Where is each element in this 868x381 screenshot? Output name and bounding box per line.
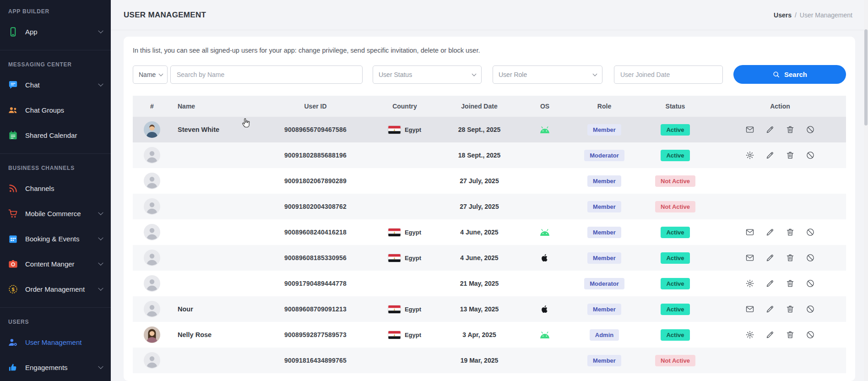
cell-country: [368, 142, 441, 168]
user-row[interactable]: Nour90089608709091213Egypt13 May, 2025Me…: [133, 296, 846, 322]
block-action-button[interactable]: [806, 305, 815, 314]
edit-action-button[interactable]: [765, 228, 775, 237]
sidebar-item-order-management[interactable]: $Order Management: [0, 277, 111, 302]
sidebar-item-label: Order Management: [25, 285, 99, 293]
user-role-select[interactable]: User Role: [493, 65, 602, 84]
search-button-label: Search: [784, 71, 807, 78]
edit-action-button[interactable]: [765, 279, 775, 288]
egypt-flag-icon: [388, 331, 401, 339]
user-row[interactable]: 90089608185330956Egypt4 June, 2025Member…: [133, 245, 846, 271]
search-button[interactable]: Search: [733, 65, 846, 84]
cell-country: Egypt: [368, 117, 441, 142]
cell-joined-date: 21 May, 2025: [441, 271, 517, 296]
sidebar-section-label: APP BUILDER: [0, 1, 111, 19]
breadcrumb-current: User Management: [800, 11, 852, 19]
block-action-button[interactable]: [806, 125, 815, 135]
cell-actions: [714, 322, 846, 348]
mail-action-button[interactable]: [745, 253, 755, 263]
sidebar-item-chat[interactable]: Chat: [0, 72, 111, 98]
role-badge: Member: [587, 252, 621, 264]
sidebar-item-channels[interactable]: Channels: [0, 176, 111, 201]
edit-action-button[interactable]: [765, 151, 775, 160]
cell-actions: [714, 245, 846, 271]
settings-action-button[interactable]: [745, 330, 755, 340]
cell-country: [368, 271, 441, 296]
sidebar-item-app[interactable]: App: [0, 19, 111, 44]
settings-action-button[interactable]: [745, 151, 755, 160]
country-label: Egypt: [405, 332, 421, 338]
cell-name: Nour: [171, 296, 263, 322]
cell-country: [368, 194, 441, 219]
cell-user-id: 90091816434899765: [263, 348, 368, 373]
status-badge: Active: [661, 304, 689, 315]
edit-action-button[interactable]: [765, 125, 775, 135]
delete-action-button[interactable]: [786, 330, 795, 340]
cell-role: Member: [572, 117, 636, 142]
user-status-select[interactable]: User Status: [373, 65, 482, 84]
cell-name: [171, 245, 263, 271]
delete-action-button[interactable]: [786, 228, 795, 237]
block-action-button[interactable]: [806, 228, 815, 237]
settings-icon: [745, 330, 755, 339]
block-action-button[interactable]: [806, 279, 815, 288]
block-action-button[interactable]: [806, 330, 815, 340]
cell-user-id: 90089656709467586: [263, 117, 368, 142]
edit-action-button[interactable]: [765, 305, 775, 314]
block-action-button[interactable]: [806, 151, 815, 160]
sidebar-item-engagements[interactable]: Engagements: [0, 355, 111, 380]
action-buttons: [718, 253, 842, 263]
mail-action-button[interactable]: [745, 125, 755, 135]
sidebar-item-content-manger[interactable]: Content Manger: [0, 251, 111, 277]
edit-action-button[interactable]: [765, 330, 775, 340]
user-row[interactable]: Steven White90089656709467586Egypt28 Sep…: [133, 117, 846, 142]
sidebar-item-mobile-commerce[interactable]: Mobile Commerce: [0, 201, 111, 226]
delete-action-button[interactable]: [786, 279, 795, 288]
cell-status: Not Active: [636, 168, 714, 194]
user-row[interactable]: 9009180200430876227 July, 2025MemberNot …: [133, 194, 846, 219]
avatar-placeholder-icon: [144, 250, 160, 266]
scrollbar-thumb[interactable]: [864, 29, 868, 125]
edit-action-button[interactable]: [765, 253, 775, 263]
role-badge: Member: [587, 227, 621, 238]
user-row[interactable]: 9009180206789028927 July, 2025MemberNot …: [133, 168, 846, 194]
delete-icon: [786, 330, 795, 339]
cell-role: Member: [572, 219, 636, 245]
user-row[interactable]: 9009181643489976519 Mar, 2025MemberNot A…: [133, 348, 846, 373]
status-badge: Active: [661, 150, 689, 161]
block-action-button[interactable]: [806, 253, 815, 263]
name-filter-select[interactable]: Name: [133, 65, 168, 84]
delete-icon: [786, 279, 795, 288]
settings-action-button[interactable]: [745, 279, 755, 288]
sidebar-item-shared-calendar[interactable]: Shared Calendar: [0, 123, 111, 148]
role-badge: Admin: [590, 329, 619, 341]
delete-action-button[interactable]: [786, 151, 795, 160]
search-by-name-input[interactable]: [170, 65, 363, 84]
mail-icon: [745, 253, 755, 262]
cell-avatar: [133, 296, 171, 322]
user-row[interactable]: Nelly Rose90089592877589573Egypt3 Apr, 2…: [133, 322, 846, 348]
action-buttons: [718, 125, 842, 135]
mail-action-button[interactable]: [745, 305, 755, 314]
user-row[interactable]: 90089608240416218Egypt4 June, 2025Member…: [133, 219, 846, 245]
cell-user-id: 90091790489444778: [263, 271, 368, 296]
breadcrumb-users-link[interactable]: Users: [774, 11, 792, 19]
sidebar-item-user-management[interactable]: User Management: [0, 330, 111, 355]
sidebar-item-booking-events[interactable]: Booking & Events: [0, 226, 111, 251]
user-row[interactable]: 9009180288568819618 Sept., 2025Moderator…: [133, 142, 846, 168]
page-scrollbar[interactable]: [864, 0, 868, 381]
delete-icon: [786, 125, 795, 134]
avatar-placeholder-icon: [144, 147, 160, 163]
user-row[interactable]: 9009179048944477821 May, 2025ModeratorAc…: [133, 271, 846, 296]
cell-status: Active: [636, 322, 714, 348]
cell-status: Active: [636, 142, 714, 168]
chevron-down-icon: [98, 28, 103, 33]
sidebar-nav: APP BUILDERAppMESSAGING CENTERChatChat G…: [0, 1, 111, 380]
delete-action-button[interactable]: [786, 305, 795, 314]
user-joined-date-input[interactable]: [614, 65, 723, 84]
delete-action-button[interactable]: [786, 125, 795, 135]
mail-action-button[interactable]: [745, 228, 755, 237]
sidebar-item-chat-groups[interactable]: Chat Groups: [0, 98, 111, 123]
chevron-down-icon: [98, 235, 103, 240]
delete-action-button[interactable]: [786, 253, 795, 263]
status-badge: Active: [661, 278, 689, 289]
